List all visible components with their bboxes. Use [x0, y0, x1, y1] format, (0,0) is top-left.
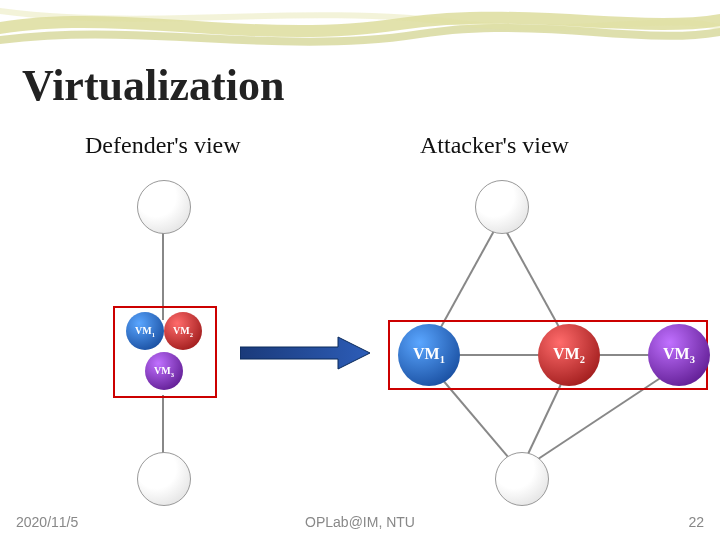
- defender-heading: Defender's view: [85, 132, 241, 159]
- vm3-small: VM3: [145, 352, 183, 390]
- attacker-heading: Attacker's view: [420, 132, 569, 159]
- vm2-label: VM2: [553, 345, 585, 365]
- transform-arrow: [240, 335, 370, 371]
- defender-top-node: [137, 180, 191, 234]
- slide-title: Virtualization: [22, 60, 284, 111]
- footer-source: OPLab@IM, NTU: [305, 514, 415, 530]
- vm1-big: VM1: [398, 324, 460, 386]
- vm2-big: VM2: [538, 324, 600, 386]
- slide-ribbon: [0, 0, 720, 60]
- svg-marker-0: [240, 337, 370, 369]
- vm3-label: VM3: [663, 345, 695, 365]
- vm3-big: VM3: [648, 324, 710, 386]
- vm1-small: VM1: [126, 312, 164, 350]
- edge: [162, 395, 164, 455]
- attacker-top-node: [475, 180, 529, 234]
- attacker-bottom-node: [495, 452, 549, 506]
- footer-date: 2020/11/5: [16, 514, 78, 530]
- vm2-label: VM2: [173, 325, 193, 338]
- vm3-label: VM3: [154, 365, 174, 378]
- defender-bottom-node: [137, 452, 191, 506]
- vm1-label: VM1: [135, 325, 155, 338]
- footer-page: 22: [688, 514, 704, 530]
- vm2-small: VM2: [164, 312, 202, 350]
- vm1-label: VM1: [413, 345, 445, 365]
